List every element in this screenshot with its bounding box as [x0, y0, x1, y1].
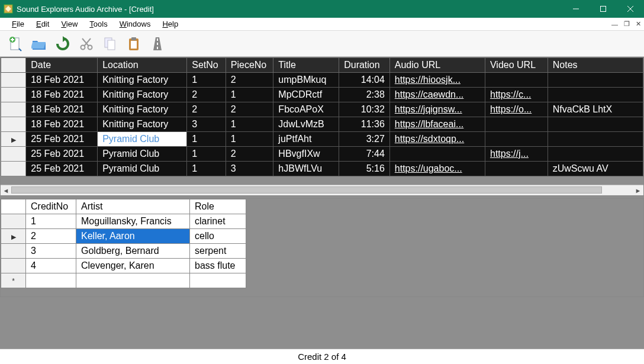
col-role[interactable]: Role: [190, 199, 246, 214]
cell-video-url[interactable]: [485, 117, 548, 132]
table-row[interactable]: 4Clevenger, Karenbass flute: [1, 259, 246, 273]
row-header[interactable]: [1, 214, 26, 229]
col-duration[interactable]: Duration: [339, 58, 390, 73]
cell-title[interactable]: FbcoAPoX: [273, 102, 339, 117]
cell-setno[interactable]: 2: [187, 88, 226, 102]
cell-setno[interactable]: 2: [187, 102, 226, 117]
col-location[interactable]: Location: [98, 58, 187, 73]
table-row[interactable]: 18 Feb 2021Knitting Factory21MpCDRctf2:3…: [1, 88, 643, 102]
audio-link[interactable]: https://lbfaceai...: [395, 119, 464, 129]
top-hscroll[interactable]: ◄ ►: [1, 185, 643, 195]
cell-audio-url[interactable]: https://hioosjk...: [389, 73, 485, 88]
cell-title[interactable]: MpCDRctf: [273, 88, 339, 102]
cell-audio-url[interactable]: https://caewdn...: [389, 88, 485, 102]
audio-link[interactable]: https://ugaboc...: [395, 163, 462, 173]
cell-video-url[interactable]: [485, 162, 548, 176]
cell-setno[interactable]: 1: [187, 147, 226, 162]
road-button[interactable]: [147, 33, 168, 54]
col-creditno[interactable]: CreditNo: [26, 199, 76, 214]
cell-creditno[interactable]: 4: [26, 259, 76, 273]
menu-tools[interactable]: Tools: [83, 18, 113, 30]
col-notes[interactable]: Notes: [548, 58, 643, 73]
cell-role[interactable]: serpent: [190, 244, 246, 259]
cell-video-url[interactable]: [485, 132, 548, 147]
cell-date[interactable]: 25 Feb 2021: [26, 132, 98, 147]
col-pieceno[interactable]: PieceNo: [226, 58, 273, 73]
table-row[interactable]: ▶2Keller, Aaroncello: [1, 229, 246, 244]
col-title[interactable]: Title: [273, 58, 339, 73]
audio-link[interactable]: https://jqignsw...: [395, 104, 462, 114]
table-row[interactable]: 18 Feb 2021Knitting Factory22FbcoAPoX10:…: [1, 102, 643, 117]
cell-duration[interactable]: 11:36: [339, 117, 390, 132]
row-header[interactable]: [1, 162, 26, 176]
corner-cell[interactable]: [1, 199, 26, 214]
table-row[interactable]: 3Goldberg, Bernardserpent: [1, 244, 246, 259]
header-row[interactable]: CreditNo Artist Role: [1, 199, 246, 214]
cell-artist[interactable]: Keller, Aaron: [76, 229, 190, 244]
col-audio-url[interactable]: Audio URL: [389, 58, 485, 73]
close-button[interactable]: [617, 0, 644, 18]
row-header[interactable]: [1, 117, 26, 132]
cell-setno[interactable]: 3: [187, 117, 226, 132]
cell-location[interactable]: Pyramid Club: [98, 132, 187, 147]
cell-date[interactable]: 18 Feb 2021: [26, 73, 98, 88]
row-header[interactable]: ▶: [1, 132, 26, 147]
cell-location[interactable]: Knitting Factory: [98, 73, 187, 88]
cell-audio-url[interactable]: https://ugaboc...: [389, 162, 485, 176]
new-row[interactable]: *: [1, 273, 246, 288]
pieces-grid[interactable]: Date Location SetNo PieceNo Title Durati…: [1, 57, 643, 176]
cell-duration[interactable]: 10:32: [339, 102, 390, 117]
cell-date[interactable]: 25 Feb 2021: [26, 162, 98, 176]
copy-button[interactable]: [99, 33, 121, 54]
minimize-button[interactable]: [562, 0, 590, 18]
cell-title[interactable]: HBvgfIXw: [273, 147, 339, 162]
cell-creditno[interactable]: 1: [26, 214, 76, 229]
cell-notes[interactable]: [548, 132, 643, 147]
refresh-button[interactable]: [52, 33, 73, 54]
mdi-minimize-icon[interactable]: —: [608, 21, 621, 28]
cell-date[interactable]: 18 Feb 2021: [26, 102, 98, 117]
cell-role[interactable]: bass flute: [190, 259, 246, 273]
cell-notes[interactable]: zUwScwu AV: [548, 162, 643, 176]
table-row[interactable]: ▶25 Feb 2021Pyramid Club11juPtfAht3:27ht…: [1, 132, 643, 147]
cell-location[interactable]: Pyramid Club: [98, 147, 187, 162]
cell-creditno[interactable]: 2: [26, 229, 76, 244]
menu-file[interactable]: File: [6, 18, 30, 30]
cell-notes[interactable]: [548, 73, 643, 88]
row-header[interactable]: [1, 259, 26, 273]
cell-audio-url[interactable]: https://lbfaceai...: [389, 117, 485, 132]
table-row[interactable]: 25 Feb 2021Pyramid Club12HBvgfIXw7:44htt…: [1, 147, 643, 162]
cut-button[interactable]: [76, 33, 97, 54]
audio-link[interactable]: https://hioosjk...: [395, 75, 461, 85]
menu-help[interactable]: Help: [156, 18, 184, 30]
menu-edit[interactable]: Edit: [30, 18, 55, 30]
open-button[interactable]: [28, 33, 50, 54]
mdi-restore-icon[interactable]: ❐: [621, 20, 633, 28]
video-link[interactable]: https://c...: [490, 89, 531, 99]
maximize-button[interactable]: [590, 0, 617, 18]
cell-duration[interactable]: 5:16: [339, 162, 390, 176]
cell-location[interactable]: Knitting Factory: [98, 102, 187, 117]
cell-duration[interactable]: 7:44: [339, 147, 390, 162]
col-date[interactable]: Date: [26, 58, 98, 73]
cell-location[interactable]: Knitting Factory: [98, 117, 187, 132]
cell-notes[interactable]: [548, 117, 643, 132]
row-header[interactable]: *: [1, 273, 26, 288]
cell-pieceno[interactable]: 1: [226, 132, 273, 147]
cell-notes[interactable]: NfvaCkB LhtX: [548, 102, 643, 117]
row-header[interactable]: [1, 73, 26, 88]
cell-duration[interactable]: 3:27: [339, 132, 390, 147]
cell-date[interactable]: 18 Feb 2021: [26, 88, 98, 102]
row-header[interactable]: [1, 88, 26, 102]
cell-role[interactable]: clarinet: [190, 214, 246, 229]
cell-title[interactable]: hJBWfLVu: [273, 162, 339, 176]
cell-pieceno[interactable]: 2: [226, 147, 273, 162]
cell-artist[interactable]: Moguillansky, Francis: [76, 214, 190, 229]
scroll-right-icon[interactable]: ►: [633, 187, 643, 194]
menu-view[interactable]: View: [55, 18, 83, 30]
scroll-left-icon[interactable]: ◄: [1, 187, 11, 194]
paste-button[interactable]: [123, 33, 144, 54]
cell-duration[interactable]: 14:04: [339, 73, 390, 88]
row-header[interactable]: [1, 102, 26, 117]
video-link[interactable]: https://j...: [490, 149, 529, 159]
